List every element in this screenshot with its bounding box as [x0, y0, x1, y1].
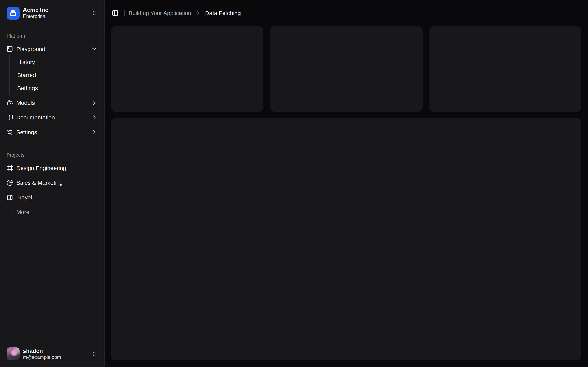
settings-sliders-icon [7, 129, 13, 135]
map-icon [7, 194, 13, 201]
sidebar-group-projects: Projects Design Engineering [0, 145, 104, 222]
platform-menu: Playground History [3, 42, 101, 139]
menu-item-playground-wrap: Playground History [3, 42, 101, 95]
sidebar-item-starred[interactable]: Starred [14, 69, 101, 81]
sidebar-toggle-button[interactable] [109, 7, 121, 19]
chevrons-up-down-icon [91, 10, 98, 16]
square-terminal-icon [7, 46, 13, 52]
sidebar-item-label: Playground [16, 46, 45, 52]
team-name: Acme Inc [23, 7, 48, 14]
team-logo [7, 7, 20, 20]
user-email: m@example.com [23, 355, 61, 361]
sidebar-item-documentation[interactable]: Documentation [3, 111, 101, 124]
submenu-item-wrap: History [14, 56, 101, 68]
breadcrumb: Building Your Application Data Fetching [129, 10, 241, 16]
placeholder-card [270, 26, 423, 112]
breadcrumb-current-page: Data Fetching [205, 10, 241, 16]
user-name: shadcn [23, 347, 61, 355]
sidebar: Acme Inc Enterprise Platform [0, 0, 104, 367]
sidebar-group-platform: Platform Playground [0, 26, 104, 142]
chevron-right-icon [91, 129, 98, 135]
menu-item-sales-marketing-wrap: Sales & Marketing [3, 176, 101, 189]
playground-submenu: History Starred [9, 55, 101, 95]
header-separator [124, 10, 125, 16]
sidebar-item-label: Design Engineering [16, 165, 66, 171]
breadcrumb-link-building-your-application[interactable]: Building Your Application [129, 10, 191, 16]
group-label-platform: Platform [3, 29, 101, 42]
chevron-right-icon [91, 100, 98, 106]
menu-item-settings-wrap: Settings [3, 125, 101, 139]
main-area: Building Your Application Data Fetching [104, 0, 588, 367]
menu-item-models-wrap: Models [3, 96, 101, 109]
placeholder-card [429, 26, 581, 112]
playground-submenu-list: History Starred [14, 56, 101, 94]
gallery-vertical-end-icon [10, 10, 16, 16]
sidebar-item-label: More [16, 209, 29, 215]
user-meta: shadcn m@example.com [23, 347, 61, 361]
menu-item-documentation-wrap: Documentation [3, 111, 101, 124]
sidebar-item-label: Settings [17, 85, 38, 91]
sidebar-item-settings[interactable]: Settings [3, 125, 101, 139]
chevron-right-icon [91, 114, 98, 121]
sidebar-item-sales-marketing[interactable]: Sales & Marketing [3, 176, 101, 189]
sidebar-footer: shadcn m@example.com [0, 341, 104, 367]
menu-item-design-engineering-wrap: Design Engineering [3, 161, 101, 175]
placeholder-card [111, 26, 264, 112]
sidebar-item-playground[interactable]: Playground [3, 42, 101, 55]
avatar [7, 347, 20, 360]
book-open-icon [7, 114, 13, 121]
sidebar-item-label: Models [16, 100, 35, 106]
menu-item-more-wrap: More [3, 206, 101, 218]
sidebar-item-label: History [17, 59, 35, 65]
team-meta: Acme Inc Enterprise [23, 7, 48, 20]
sidebar-item-models[interactable]: Models [3, 96, 101, 109]
sidebar-header: Acme Inc Enterprise [0, 0, 104, 26]
submenu-item-wrap: Starred [14, 69, 101, 81]
ellipsis-icon [7, 209, 13, 215]
panel-left-icon [112, 10, 118, 16]
bot-icon [7, 100, 13, 106]
pie-chart-icon [7, 179, 13, 186]
sidebar-item-more[interactable]: More [3, 206, 101, 218]
chevrons-up-down-icon [91, 351, 98, 357]
chevron-down-icon [91, 46, 98, 52]
app-window: Acme Inc Enterprise Platform [0, 0, 588, 367]
chevron-right-icon [195, 10, 201, 16]
sidebar-item-travel[interactable]: Travel [3, 191, 101, 204]
projects-menu: Design Engineering Sales & Marketing [3, 161, 101, 218]
sidebar-item-design-engineering[interactable]: Design Engineering [3, 161, 101, 175]
team-plan: Enterprise [23, 14, 48, 20]
sidebar-item-label: Documentation [16, 114, 55, 121]
sidebar-item-label: Settings [16, 129, 37, 135]
sidebar-item-label: Sales & Marketing [16, 179, 63, 186]
sidebar-nav: Platform Playground [0, 26, 104, 341]
sidebar-item-label: Travel [16, 194, 32, 201]
submenu-item-wrap: Settings [14, 82, 101, 94]
group-label-projects: Projects [3, 149, 101, 161]
user-menu-button[interactable]: shadcn m@example.com [3, 344, 101, 364]
sidebar-item-playground-settings[interactable]: Settings [14, 82, 101, 94]
frame-icon [7, 165, 13, 171]
placeholder-cards-row [111, 26, 581, 112]
sidebar-item-label: Starred [17, 72, 36, 78]
sidebar-item-history[interactable]: History [14, 56, 101, 68]
menu-item-travel-wrap: Travel [3, 191, 101, 204]
team-switcher-button[interactable]: Acme Inc Enterprise [3, 3, 101, 23]
placeholder-panel [111, 118, 581, 360]
page-content [104, 26, 588, 367]
topbar: Building Your Application Data Fetching [104, 0, 588, 26]
